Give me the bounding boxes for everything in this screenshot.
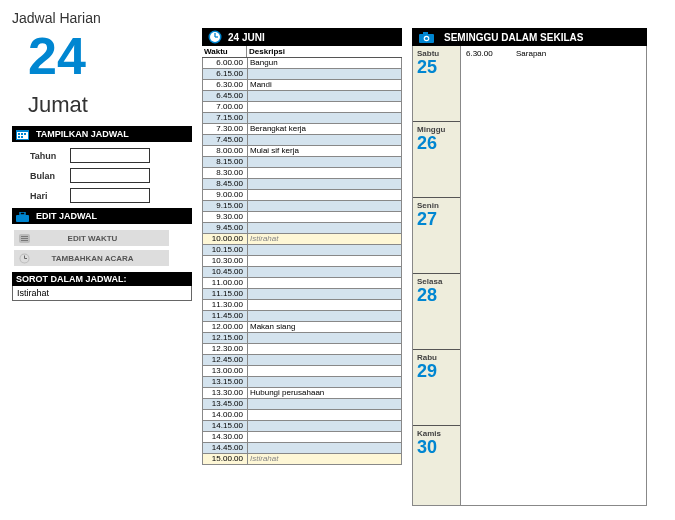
schedule-desc: [248, 102, 401, 112]
week-event-time: 6.30.00: [466, 49, 516, 58]
schedule-desc: Mandi: [248, 80, 401, 90]
schedule-desc: [248, 256, 401, 266]
schedule-row[interactable]: 11.00.00: [203, 278, 401, 289]
schedule-time: 6.45.00: [203, 91, 248, 101]
schedule-row[interactable]: 12.00.00Makan siang: [203, 322, 401, 333]
schedule-row[interactable]: 12.45.00: [203, 355, 401, 366]
day-label: Hari: [30, 191, 70, 201]
schedule-desc: Istirahat: [248, 234, 401, 244]
day-input[interactable]: [70, 188, 150, 203]
schedule-row[interactable]: 8.30.00: [203, 168, 401, 179]
schedule-desc: [248, 91, 401, 101]
schedule-row[interactable]: 9.45.00: [203, 223, 401, 234]
schedule-time: 14.15.00: [203, 421, 248, 431]
highlight-label: SOROT DALAM JADWAL:: [12, 272, 192, 286]
schedule-time: 11.15.00: [203, 289, 248, 299]
schedule-time: 14.00.00: [203, 410, 248, 420]
svg-rect-4: [24, 133, 26, 135]
schedule-row[interactable]: 10.00.00Istirahat: [203, 234, 401, 245]
schedule-row[interactable]: 14.45.00: [203, 443, 401, 454]
schedule-row[interactable]: 6.00.00Bangun: [203, 58, 401, 69]
schedule-row[interactable]: 8.00.00Mulai sif kerja: [203, 146, 401, 157]
schedule-row[interactable]: 12.15.00: [203, 333, 401, 344]
schedule-row[interactable]: 7.45.00: [203, 135, 401, 146]
schedule-desc: [248, 410, 401, 420]
calendar-icon: [15, 128, 30, 141]
schedule-time: 8.45.00: [203, 179, 248, 189]
schedule-desc: Mulai sif kerja: [248, 146, 401, 156]
schedule-desc: [248, 421, 401, 431]
week-day-cell[interactable]: Sabtu25: [413, 46, 460, 122]
schedule-row[interactable]: 6.15.00: [203, 69, 401, 80]
week-header-label: SEMINGGU DALAM SEKILAS: [440, 32, 583, 43]
schedule-row[interactable]: 11.15.00: [203, 289, 401, 300]
add-event-button[interactable]: TAMBAHKAN ACARA: [14, 250, 169, 266]
week-day-number: 25: [417, 58, 456, 78]
schedule-time: 13.15.00: [203, 377, 248, 387]
week-day-cell[interactable]: Kamis30: [413, 426, 460, 504]
schedule-desc: [248, 223, 401, 233]
week-day-cell[interactable]: Senin27: [413, 198, 460, 274]
schedule-desc: [248, 212, 401, 222]
schedule-time: 6.15.00: [203, 69, 248, 79]
schedule-time: 7.30.00: [203, 124, 248, 134]
svg-rect-8: [20, 212, 25, 215]
current-day-number: 24: [28, 30, 192, 82]
schedule-row[interactable]: 6.45.00: [203, 91, 401, 102]
schedule-row[interactable]: 10.45.00: [203, 267, 401, 278]
left-panel: 24 Jumat TAMPILKAN JADWAL Tahun Bulan Ha…: [12, 28, 192, 506]
show-schedule-label: TAMPILKAN JADWAL: [36, 129, 129, 139]
schedule-row[interactable]: 7.00.00: [203, 102, 401, 113]
schedule-desc: [248, 157, 401, 167]
edit-time-button[interactable]: EDIT WAKTU: [14, 230, 169, 246]
schedule-row[interactable]: 8.15.00: [203, 157, 401, 168]
schedule-row[interactable]: 10.15.00: [203, 245, 401, 256]
highlight-value[interactable]: Istirahat: [12, 286, 192, 301]
add-event-label: TAMBAHKAN ACARA: [34, 254, 169, 263]
schedule-row[interactable]: 7.30.00Berangkat kerja: [203, 124, 401, 135]
schedule-desc: Makan siang: [248, 322, 401, 332]
svg-rect-22: [423, 32, 428, 35]
schedule-row[interactable]: 13.45.00: [203, 399, 401, 410]
schedule-row[interactable]: 12.30.00: [203, 344, 401, 355]
schedule-row[interactable]: 10.30.00: [203, 256, 401, 267]
week-day-number: 29: [417, 362, 456, 382]
schedule-date-header: 24 JUNI: [228, 32, 265, 43]
schedule-row[interactable]: 11.45.00: [203, 311, 401, 322]
schedule-row[interactable]: 13.15.00: [203, 377, 401, 388]
year-label: Tahun: [30, 151, 70, 161]
schedule-row[interactable]: 14.00.00: [203, 410, 401, 421]
schedule-time: 14.45.00: [203, 443, 248, 453]
schedule-row[interactable]: 13.30.00Hubungi perusahaan: [203, 388, 401, 399]
week-day-number: 28: [417, 286, 456, 306]
week-day-cell[interactable]: Minggu26: [413, 122, 460, 198]
schedule-row[interactable]: 13.00.00: [203, 366, 401, 377]
schedule-time: 9.00.00: [203, 190, 248, 200]
svg-rect-6: [21, 136, 23, 138]
week-day-cell[interactable]: Rabu29: [413, 350, 460, 426]
schedule-row[interactable]: 14.15.00: [203, 421, 401, 432]
schedule-time: 13.30.00: [203, 388, 248, 398]
schedule-row[interactable]: 9.30.00: [203, 212, 401, 223]
year-input[interactable]: [70, 148, 150, 163]
edit-schedule-label: EDIT JADWAL: [36, 211, 97, 221]
week-day-cell[interactable]: Selasa28: [413, 274, 460, 350]
schedule-row[interactable]: 9.15.00: [203, 201, 401, 212]
week-event-desc: Sarapan: [516, 49, 641, 58]
schedule-time: 6.30.00: [203, 80, 248, 90]
col-time-header: Waktu: [202, 46, 247, 57]
schedule-time: 11.30.00: [203, 300, 248, 310]
schedule-row[interactable]: 7.15.00: [203, 113, 401, 124]
week-day-number: 27: [417, 210, 456, 230]
schedule-row[interactable]: 14.30.00: [203, 432, 401, 443]
schedule-desc: [248, 278, 401, 288]
schedule-row[interactable]: 8.45.00: [203, 179, 401, 190]
schedule-row[interactable]: 15.00.00Istirahat: [203, 454, 401, 465]
schedule-row[interactable]: 6.30.00Mandi: [203, 80, 401, 91]
schedule-row[interactable]: 9.00.00: [203, 190, 401, 201]
month-input[interactable]: [70, 168, 150, 183]
current-day-name: Jumat: [28, 92, 192, 118]
schedule-desc: [248, 69, 401, 79]
schedule-row[interactable]: 11.30.00: [203, 300, 401, 311]
clock-header-icon: [202, 30, 228, 44]
